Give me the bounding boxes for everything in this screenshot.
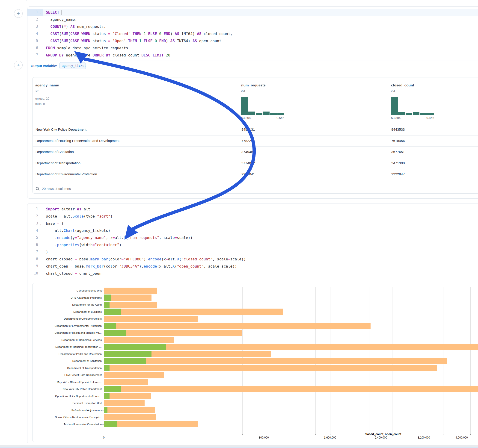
chart-y-label: New York City Police Department	[35, 388, 102, 390]
chart-bar-closed_count[interactable]	[104, 400, 145, 406]
chart-y-label: Department of Parks and Recreation	[35, 353, 102, 355]
chart-bar-closed_count[interactable]	[104, 288, 157, 294]
table-row[interactable]: Department of Environmental Protection22…	[33, 169, 478, 180]
chart-bar-closed_count[interactable]	[104, 407, 155, 413]
histogram-bar	[391, 97, 398, 115]
altair-chart: agency_name Correspondence UnitDHS Advan…	[32, 283, 478, 442]
table-cell: 7618456	[391, 139, 405, 143]
chart-bar-closed_count[interactable]	[104, 337, 174, 343]
table-row-count: 20 rows, 4 columns	[42, 187, 71, 191]
code-line[interactable]: 2 agency_name,	[27, 16, 478, 23]
code-line[interactable]: 3⌄base = (	[27, 220, 478, 227]
code-line[interactable]: 1⌄SELECT	[27, 9, 478, 16]
column-header-agency-name[interactable]: agency_name	[35, 83, 59, 87]
code-line[interactable]: 9chart_open = base.mark_bar(color="#8BC3…	[27, 263, 478, 270]
histogram-bar	[427, 113, 434, 115]
table-cell: New York City Police Department	[36, 127, 87, 131]
histogram-bar	[398, 112, 405, 115]
histogram-bar	[277, 113, 284, 115]
chart-bar-closed_count[interactable]	[104, 414, 156, 420]
chart-bar-closed_count[interactable]	[104, 365, 437, 371]
code-line[interactable]: 6 .properties(width="container")	[27, 241, 478, 249]
chart-bar-open_count[interactable]	[104, 309, 121, 315]
chart-bar-open_count[interactable]	[104, 344, 166, 350]
add-cell-button-middle[interactable]: +	[14, 61, 23, 69]
chart-y-label: Department of Transportation	[35, 367, 102, 369]
chart-bar-open_count[interactable]	[104, 351, 151, 357]
code-line[interactable]: 5 .encode(y="agency_name", x=alt.X("num_…	[27, 234, 478, 241]
histogram-bar	[270, 113, 277, 115]
chart-y-label: Department of Homeless Services	[35, 339, 102, 341]
chart-y-label: Taxi and Limousine Commission	[35, 423, 102, 426]
code-line[interactable]: 1import altair as alt	[27, 205, 478, 213]
chart-bar-open_count[interactable]	[104, 386, 121, 392]
add-cell-button-top[interactable]: +	[14, 9, 23, 18]
chart-x-tick-label: 2,400,000	[375, 436, 387, 439]
result-table: agency_name str unique: 20 nulls: 0 num_…	[32, 77, 478, 193]
chart-bar-closed_count[interactable]	[104, 294, 151, 301]
table-row[interactable]: New York City Police Department945313194…	[33, 124, 478, 135]
histogram-max-closed-count: 9.4e6	[418, 116, 434, 120]
table-cell: 2222847	[391, 172, 405, 176]
table-cell: Department of Sanitation	[36, 150, 74, 154]
chart-bar-open_count[interactable]	[104, 421, 117, 427]
chart-bar-closed_count[interactable]	[104, 393, 151, 399]
chart-bar-closed_count[interactable]	[104, 358, 447, 364]
histogram-num-requests	[241, 97, 284, 115]
code-line[interactable]: 3 COUNT(*) AS num_requests,	[27, 23, 478, 30]
chart-bar-closed_count[interactable]	[104, 302, 157, 308]
code-line[interactable]: 2scale = alt.Scale(type="sqrt")	[27, 213, 478, 220]
chart-bar-closed_count[interactable]	[104, 386, 478, 392]
chart-bar-open_count[interactable]	[104, 294, 111, 301]
column-meta-unique: unique: 20	[35, 97, 49, 100]
chart-bar-open_count[interactable]	[104, 302, 110, 308]
chart-y-label: DHS Advantage Programs	[35, 296, 102, 299]
histogram-bar	[263, 112, 270, 115]
column-header-closed-count[interactable]: closed_count	[391, 83, 414, 87]
chart-bar-closed_count[interactable]	[104, 309, 283, 315]
column-header-num-requests[interactable]: num_requests	[241, 83, 266, 87]
python-code-editor[interactable]: 1import altair as alt2scale = alt.Scale(…	[27, 204, 478, 277]
chart-bar-closed_count[interactable]	[104, 323, 371, 329]
chart-y-label: Department for the Aging	[35, 303, 102, 306]
chart-bar-open_count[interactable]	[104, 393, 110, 399]
sql-code-editor[interactable]: 1⌄SELECT 2 agency_name,3 COUNT(*) AS num…	[27, 7, 478, 59]
chart-bar-open_count[interactable]	[104, 316, 104, 322]
table-row[interactable]: Department of Sanitation37494853677651	[33, 146, 478, 157]
code-line[interactable]: 4 CAST(SUM(CASE WHEN status = 'Closed' T…	[27, 30, 478, 37]
chart-bar-open_count[interactable]	[104, 323, 116, 329]
chart-bar-closed_count[interactable]	[104, 379, 148, 385]
code-line[interactable]: 7GROUP BY agency_name ORDER BY closed_co…	[27, 52, 478, 59]
table-row[interactable]: Department of Housing Preservation and D…	[33, 135, 478, 146]
chart-bar-closed_count[interactable]	[104, 316, 198, 322]
chart-y-label: HRA Benefit Card Replacement	[35, 373, 102, 376]
chart-bar-open_count[interactable]	[104, 407, 107, 413]
table-cell: Department of Housing Preservation and D…	[36, 139, 120, 143]
histogram-bar	[420, 113, 427, 115]
chart-bar-open_count[interactable]	[104, 330, 126, 336]
code-line[interactable]: 10chart_closed + chart_open	[27, 270, 478, 277]
output-variable-pill[interactable]: agency_tickets	[59, 62, 86, 69]
code-line[interactable]: 8chart_closed = base.mark_bar(color="#FF…	[27, 255, 478, 263]
table-cell: 3471908	[391, 161, 405, 165]
page-bottom-strip	[0, 445, 478, 447]
table-row[interactable]: Department of Transportation377489234719…	[33, 158, 478, 169]
table-cell: 3774892	[241, 161, 255, 165]
chart-y-label: Mayorâ€ s Office of Special Enforce…	[35, 381, 102, 384]
chart-bar-closed_count[interactable]	[104, 421, 198, 427]
chart-bar-open_count[interactable]	[104, 365, 110, 371]
chart-x-tick-label: 1,600,000	[324, 436, 336, 439]
chart-bar-open_count[interactable]	[104, 358, 146, 364]
table-cell: 7782211	[241, 139, 255, 143]
code-line[interactable]: 4 alt.Chart(agency_tickets)	[27, 227, 478, 234]
code-line[interactable]: 6FROM sample_data.nyc.service_requests	[27, 44, 478, 52]
chart-gridline	[462, 287, 462, 434]
chart-x-tick-label: 4,000,000	[455, 436, 468, 439]
code-line[interactable]: 7)	[27, 249, 478, 255]
table-cell: 9443533	[391, 127, 405, 131]
code-line[interactable]: 5 CAST(SUM(CASE WHEN status = 'Open' THE…	[27, 37, 478, 44]
histogram-closed-count	[391, 97, 434, 115]
chart-bar-closed_count[interactable]	[104, 372, 164, 378]
search-icon[interactable]	[36, 187, 40, 191]
chart-y-label: Senior Citizen Rent Increase Exempti…	[35, 416, 102, 418]
